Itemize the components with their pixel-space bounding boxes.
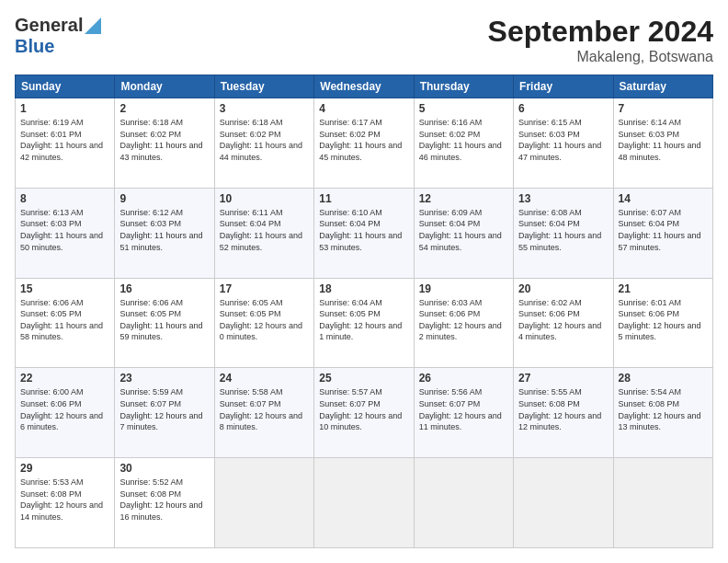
day-info: Sunrise: 5:53 AMSunset: 6:08 PMDaylight:… — [20, 477, 103, 522]
logo-blue: Blue — [15, 36, 54, 56]
weekday-header-thursday: Thursday — [414, 75, 513, 98]
calendar-cell: 18 Sunrise: 6:04 AMSunset: 6:05 PMDaylig… — [314, 278, 414, 368]
logo-arrow-icon — [85, 17, 101, 34]
day-number: 8 — [20, 192, 109, 205]
day-info: Sunrise: 6:03 AMSunset: 6:06 PMDaylight:… — [419, 298, 502, 342]
weekday-header-wednesday: Wednesday — [314, 75, 414, 98]
page: General Blue September 2024 Makaleng, Bo… — [0, 0, 728, 563]
day-info: Sunrise: 6:02 AMSunset: 6:06 PMDaylight:… — [518, 298, 601, 342]
calendar-cell: 24 Sunrise: 5:58 AMSunset: 6:07 PMDaylig… — [214, 368, 313, 458]
day-number: 18 — [319, 282, 408, 295]
day-number: 25 — [319, 372, 408, 385]
day-number: 22 — [20, 372, 109, 385]
calendar-cell: 15 Sunrise: 6:06 AMSunset: 6:05 PMDaylig… — [16, 278, 115, 368]
day-info: Sunrise: 6:15 AMSunset: 6:03 PMDaylight:… — [518, 118, 601, 162]
calendar-cell: 22 Sunrise: 6:00 AMSunset: 6:06 PMDaylig… — [16, 368, 115, 458]
calendar-cell: 1 Sunrise: 6:19 AMSunset: 6:01 PMDayligh… — [16, 98, 115, 189]
day-number: 28 — [619, 372, 708, 385]
day-number: 30 — [119, 462, 209, 475]
day-info: Sunrise: 6:16 AMSunset: 6:02 PMDaylight:… — [419, 118, 502, 162]
calendar-cell: 13 Sunrise: 6:08 AMSunset: 6:04 PMDaylig… — [514, 188, 613, 278]
calendar-title: September 2024 — [488, 15, 713, 49]
calendar-cell: 21 Sunrise: 6:01 AMSunset: 6:06 PMDaylig… — [613, 278, 712, 368]
calendar-cell — [414, 458, 513, 548]
calendar-cell — [613, 458, 712, 548]
logo: General Blue — [15, 15, 101, 57]
day-number: 24 — [220, 372, 309, 385]
day-info: Sunrise: 6:13 AMSunset: 6:03 PMDaylight:… — [20, 208, 103, 252]
calendar-cell: 3 Sunrise: 6:18 AMSunset: 6:02 PMDayligh… — [214, 98, 313, 189]
day-number: 1 — [20, 102, 109, 115]
week-row-3: 15 Sunrise: 6:06 AMSunset: 6:05 PMDaylig… — [16, 278, 713, 368]
day-number: 14 — [619, 192, 708, 205]
day-info: Sunrise: 6:00 AMSunset: 6:06 PMDaylight:… — [20, 387, 103, 431]
calendar-cell: 11 Sunrise: 6:10 AMSunset: 6:04 PMDaylig… — [314, 188, 414, 278]
svg-marker-0 — [85, 17, 101, 34]
day-number: 12 — [419, 192, 508, 205]
day-number: 26 — [419, 372, 508, 385]
day-number: 19 — [419, 282, 508, 295]
day-number: 17 — [220, 282, 309, 295]
day-info: Sunrise: 5:55 AMSunset: 6:08 PMDaylight:… — [518, 387, 601, 431]
day-info: Sunrise: 5:52 AMSunset: 6:08 PMDaylight:… — [119, 477, 202, 522]
logo-general: General — [15, 15, 83, 36]
calendar-cell: 30 Sunrise: 5:52 AMSunset: 6:08 PMDaylig… — [115, 458, 214, 548]
calendar-cell — [214, 458, 313, 548]
day-info: Sunrise: 5:58 AMSunset: 6:07 PMDaylight:… — [220, 387, 302, 431]
calendar-cell: 29 Sunrise: 5:53 AMSunset: 6:08 PMDaylig… — [16, 458, 115, 548]
day-number: 21 — [619, 282, 708, 295]
day-info: Sunrise: 6:10 AMSunset: 6:04 PMDaylight:… — [319, 208, 402, 252]
day-info: Sunrise: 5:56 AMSunset: 6:07 PMDaylight:… — [419, 387, 502, 431]
day-info: Sunrise: 6:06 AMSunset: 6:05 PMDaylight:… — [119, 298, 202, 342]
calendar-table: SundayMondayTuesdayWednesdayThursdayFrid… — [15, 75, 713, 548]
day-number: 5 — [419, 102, 508, 115]
day-number: 15 — [20, 282, 109, 295]
weekday-header-sunday: Sunday — [16, 75, 115, 98]
calendar-cell: 26 Sunrise: 5:56 AMSunset: 6:07 PMDaylig… — [414, 368, 513, 458]
day-info: Sunrise: 6:18 AMSunset: 6:02 PMDaylight:… — [220, 118, 302, 162]
calendar-cell: 20 Sunrise: 6:02 AMSunset: 6:06 PMDaylig… — [514, 278, 613, 368]
calendar-cell: 19 Sunrise: 6:03 AMSunset: 6:06 PMDaylig… — [414, 278, 513, 368]
week-row-2: 8 Sunrise: 6:13 AMSunset: 6:03 PMDayligh… — [16, 188, 713, 278]
calendar-cell: 17 Sunrise: 6:05 AMSunset: 6:05 PMDaylig… — [214, 278, 313, 368]
day-number: 6 — [518, 102, 608, 115]
weekday-header-saturday: Saturday — [613, 75, 712, 98]
logo-line1: General — [15, 15, 101, 36]
calendar-cell — [314, 458, 414, 548]
calendar-cell: 9 Sunrise: 6:12 AMSunset: 6:03 PMDayligh… — [115, 188, 214, 278]
week-row-4: 22 Sunrise: 6:00 AMSunset: 6:06 PMDaylig… — [16, 368, 713, 458]
day-number: 11 — [319, 192, 408, 205]
weekday-header-friday: Friday — [514, 75, 613, 98]
day-info: Sunrise: 6:12 AMSunset: 6:03 PMDaylight:… — [119, 208, 202, 252]
header: General Blue September 2024 Makaleng, Bo… — [15, 15, 713, 65]
day-info: Sunrise: 6:04 AMSunset: 6:05 PMDaylight:… — [319, 298, 402, 342]
day-number: 13 — [518, 192, 608, 205]
day-info: Sunrise: 6:19 AMSunset: 6:01 PMDaylight:… — [20, 118, 103, 162]
calendar-cell: 8 Sunrise: 6:13 AMSunset: 6:03 PMDayligh… — [16, 188, 115, 278]
calendar-cell: 23 Sunrise: 5:59 AMSunset: 6:07 PMDaylig… — [115, 368, 214, 458]
week-row-5: 29 Sunrise: 5:53 AMSunset: 6:08 PMDaylig… — [16, 458, 713, 548]
day-info: Sunrise: 6:09 AMSunset: 6:04 PMDaylight:… — [419, 208, 502, 252]
calendar-cell: 7 Sunrise: 6:14 AMSunset: 6:03 PMDayligh… — [613, 98, 712, 189]
title-block: September 2024 Makaleng, Botswana — [488, 15, 713, 65]
day-number: 4 — [319, 102, 408, 115]
day-number: 9 — [119, 192, 209, 205]
calendar-cell: 2 Sunrise: 6:18 AMSunset: 6:02 PMDayligh… — [115, 98, 214, 189]
day-number: 3 — [220, 102, 309, 115]
day-number: 7 — [619, 102, 708, 115]
day-info: Sunrise: 6:07 AMSunset: 6:04 PMDaylight:… — [619, 208, 701, 252]
day-info: Sunrise: 5:54 AMSunset: 6:08 PMDaylight:… — [619, 387, 701, 431]
day-number: 20 — [518, 282, 608, 295]
day-info: Sunrise: 5:59 AMSunset: 6:07 PMDaylight:… — [119, 387, 202, 431]
day-number: 23 — [119, 372, 209, 385]
weekday-header-tuesday: Tuesday — [214, 75, 313, 98]
day-info: Sunrise: 6:08 AMSunset: 6:04 PMDaylight:… — [518, 208, 601, 252]
calendar-cell: 6 Sunrise: 6:15 AMSunset: 6:03 PMDayligh… — [514, 98, 613, 189]
calendar-cell: 12 Sunrise: 6:09 AMSunset: 6:04 PMDaylig… — [414, 188, 513, 278]
day-number: 16 — [119, 282, 209, 295]
calendar-cell: 28 Sunrise: 5:54 AMSunset: 6:08 PMDaylig… — [613, 368, 712, 458]
weekday-header-monday: Monday — [115, 75, 214, 98]
day-number: 27 — [518, 372, 608, 385]
day-info: Sunrise: 6:14 AMSunset: 6:03 PMDaylight:… — [619, 118, 701, 162]
calendar-cell: 10 Sunrise: 6:11 AMSunset: 6:04 PMDaylig… — [214, 188, 313, 278]
